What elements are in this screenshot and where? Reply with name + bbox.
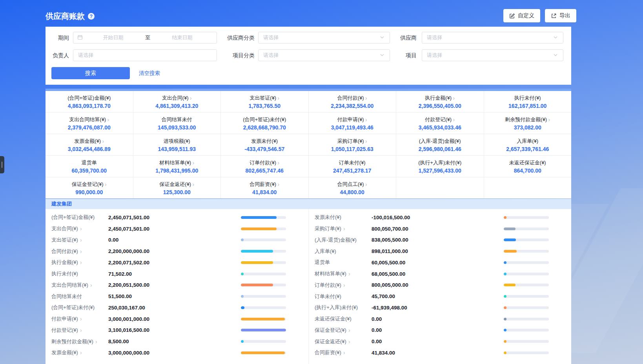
summary-card[interactable]: 订单付款(¥)›802,665,747.46 bbox=[221, 156, 308, 177]
drilldown-chevron-icon[interactable]: › bbox=[343, 349, 345, 356]
drilldown-chevron-icon[interactable]: › bbox=[277, 95, 279, 101]
drilldown-chevron-icon[interactable]: › bbox=[190, 95, 192, 101]
summary-card[interactable]: 保证金返还(¥)›125,300.00 bbox=[133, 177, 221, 198]
summary-card[interactable]: 支出合同(¥)›4,861,309,413.20 bbox=[133, 91, 221, 112]
summary-card-label: 合同付款(¥)› bbox=[337, 95, 367, 102]
detail-row-label: 支出签证(¥)› bbox=[51, 237, 108, 244]
owner-select[interactable]: 请选择 bbox=[73, 49, 217, 61]
drilldown-chevron-icon[interactable]: › bbox=[192, 160, 194, 166]
drilldown-chevron-icon[interactable]: › bbox=[80, 349, 82, 356]
drilldown-chevron-icon[interactable]: › bbox=[365, 181, 367, 187]
drilldown-chevron-icon[interactable]: › bbox=[80, 316, 82, 322]
summary-card[interactable]: 支出签证(¥)›1,783,765.50 bbox=[221, 91, 308, 112]
project-category-select[interactable]: 请选择 bbox=[258, 49, 390, 61]
summary-card[interactable]: 合同付款(¥)›2,234,382,554.00 bbox=[309, 91, 396, 112]
summary-card[interactable]: 付款登记(¥)›3,465,934,033.46 bbox=[396, 113, 484, 134]
drilldown-chevron-icon[interactable]: › bbox=[80, 237, 82, 243]
drilldown-chevron-icon[interactable]: › bbox=[453, 116, 455, 122]
summary-card-value: 3,032,454,486.89 bbox=[68, 146, 111, 152]
progress-bar-fill bbox=[504, 306, 506, 309]
detail-row[interactable]: 订单付款(¥)›800,005,000.00 bbox=[309, 280, 571, 291]
summary-card[interactable]: 材料结算单(¥)›1,798,431,995.00 bbox=[133, 156, 221, 177]
progress-bar-fill bbox=[504, 250, 517, 253]
project-select[interactable]: 请选择 bbox=[422, 49, 563, 61]
side-drawer-handle[interactable] bbox=[0, 156, 4, 173]
detail-row[interactable]: 保证金登记(¥)›0.00 bbox=[309, 325, 571, 336]
detail-row[interactable]: 合同薪资(¥)›41,834.00 bbox=[309, 347, 571, 359]
detail-row[interactable]: 采购订单(¥)›800,050,700.00 bbox=[309, 223, 571, 235]
drilldown-chevron-icon[interactable]: › bbox=[348, 339, 350, 345]
summary-card[interactable]: 保证金登记(¥)›990,000.00 bbox=[46, 177, 133, 198]
detail-row[interactable]: 付款登记(¥)›3,100,016,500.00 bbox=[46, 325, 308, 336]
drilldown-chevron-icon[interactable]: › bbox=[343, 226, 345, 232]
drilldown-chevron-icon[interactable]: › bbox=[343, 282, 345, 288]
drilldown-chevron-icon[interactable]: › bbox=[548, 116, 550, 122]
summary-card-label-text: (入库-退货)金额(¥) bbox=[419, 138, 461, 145]
supplier-select[interactable]: 请选择 bbox=[422, 32, 563, 44]
detail-row[interactable]: 付款申请(¥)›3,000,001,000.00 bbox=[46, 313, 308, 325]
supplier-label: 供应商 bbox=[391, 32, 417, 44]
export-button[interactable]: 导出 bbox=[545, 9, 576, 22]
summary-card[interactable]: 发票金额(¥)›3,032,454,486.89 bbox=[46, 134, 133, 155]
progress-bar-fill bbox=[241, 329, 286, 331]
detail-row-label-text: 支出合同(¥) bbox=[51, 225, 78, 232]
drilldown-chevron-icon[interactable]: › bbox=[192, 181, 194, 187]
drilldown-chevron-icon[interactable]: › bbox=[453, 95, 455, 101]
detail-row[interactable]: 执行金额(¥)›2,200,071,502.00 bbox=[46, 257, 308, 268]
help-icon[interactable]: ? bbox=[88, 13, 95, 20]
summary-card[interactable]: 合同点工(¥)›44,800.00 bbox=[309, 177, 396, 198]
progress-bar-track bbox=[504, 329, 549, 331]
detail-row[interactable]: 剩余预付款金额(¥)›8,500.00 bbox=[46, 336, 308, 347]
end-date-input[interactable]: 结束日期 bbox=[152, 34, 213, 41]
drilldown-chevron-icon[interactable]: › bbox=[365, 138, 367, 144]
detail-row-value: 800,005,000.00 bbox=[372, 282, 504, 288]
supplier-category-select[interactable]: 请选择 bbox=[258, 32, 390, 44]
drilldown-chevron-icon[interactable]: › bbox=[277, 160, 279, 166]
summary-card-label: (入库-退货)金额(¥) bbox=[419, 138, 461, 145]
summary-card-label-text: 订单付款(¥) bbox=[250, 159, 276, 166]
detail-row[interactable]: 合同付款(¥)›2,200,000,000.00 bbox=[46, 246, 308, 257]
drilldown-chevron-icon[interactable]: › bbox=[102, 138, 104, 144]
drilldown-chevron-icon[interactable]: › bbox=[348, 327, 350, 333]
summary-card[interactable]: 合同薪资(¥)›41,834.00 bbox=[221, 177, 308, 198]
search-button[interactable]: 搜索 bbox=[51, 67, 130, 79]
summary-card[interactable]: 剩余预付款金额(¥)›373,082.00 bbox=[484, 113, 572, 134]
detail-row-value: 3,000,000,000.00 bbox=[108, 350, 241, 356]
progress-bar-fill bbox=[241, 250, 273, 253]
start-date-input[interactable]: 开始日期 bbox=[83, 34, 144, 41]
customize-button[interactable]: 自定义 bbox=[503, 9, 540, 22]
detail-row-value: 8,500.00 bbox=[108, 339, 241, 344]
drilldown-chevron-icon[interactable]: › bbox=[277, 181, 279, 187]
detail-row[interactable]: 支出签证(¥)›0.00 bbox=[46, 235, 308, 246]
detail-row[interactable]: 保证金返还(¥)›0.00 bbox=[309, 336, 571, 347]
drilldown-chevron-icon[interactable]: › bbox=[365, 116, 367, 122]
detail-row-label: 退货单 bbox=[315, 259, 372, 266]
summary-card[interactable]: 支出合同结算(¥)›2,379,476,087.00 bbox=[46, 113, 133, 134]
summary-card-value: 4,863,093,178.70 bbox=[68, 103, 111, 109]
detail-row[interactable]: 发票金额(¥)›3,000,000,000.00 bbox=[46, 347, 308, 359]
drilldown-chevron-icon[interactable]: › bbox=[105, 181, 107, 187]
summary-card[interactable]: 执行金额(¥)›2,396,550,405.00 bbox=[396, 91, 484, 112]
detail-row[interactable]: 支出合同结算(¥)›2,200,051,500.00 bbox=[46, 280, 308, 291]
date-range-picker[interactable]: 开始日期 至 结束日期 bbox=[73, 32, 217, 44]
drilldown-chevron-icon[interactable]: › bbox=[95, 339, 97, 345]
drilldown-chevron-icon[interactable]: › bbox=[80, 259, 82, 266]
detail-row-value: 800,050,700.00 bbox=[372, 226, 504, 232]
summary-card-value: 2,596,980,061.46 bbox=[419, 146, 461, 152]
detail-row-value: 250,030,167.00 bbox=[108, 305, 241, 311]
detail-row-value: 898,011,000.00 bbox=[372, 248, 504, 254]
filter-panel: 期间 开始日期 至 结束日期 供应商分类 请选择 供应商 请选择 负责人 请选择… bbox=[46, 27, 571, 85]
drilldown-chevron-icon[interactable]: › bbox=[107, 116, 109, 122]
drilldown-chevron-icon[interactable]: › bbox=[348, 271, 350, 277]
drilldown-chevron-icon[interactable]: › bbox=[90, 282, 92, 288]
drilldown-chevron-icon[interactable]: › bbox=[80, 248, 82, 255]
drilldown-chevron-icon[interactable]: › bbox=[80, 226, 82, 232]
detail-row[interactable]: 支出合同(¥)›2,450,071,501.00 bbox=[46, 223, 308, 235]
select-placeholder: 请选择 bbox=[427, 52, 442, 59]
drilldown-chevron-icon[interactable]: › bbox=[365, 95, 367, 101]
drilldown-chevron-icon[interactable]: › bbox=[80, 327, 82, 333]
clear-search-link[interactable]: 清空搜索 bbox=[139, 67, 160, 79]
detail-row[interactable]: 材料结算单(¥)›68,005,500.00 bbox=[309, 268, 571, 280]
summary-card[interactable]: 采购订单(¥)›1,050,117,025.63 bbox=[309, 134, 396, 155]
summary-card[interactable]: 付款申请(¥)›3,047,119,493.46 bbox=[309, 113, 396, 134]
